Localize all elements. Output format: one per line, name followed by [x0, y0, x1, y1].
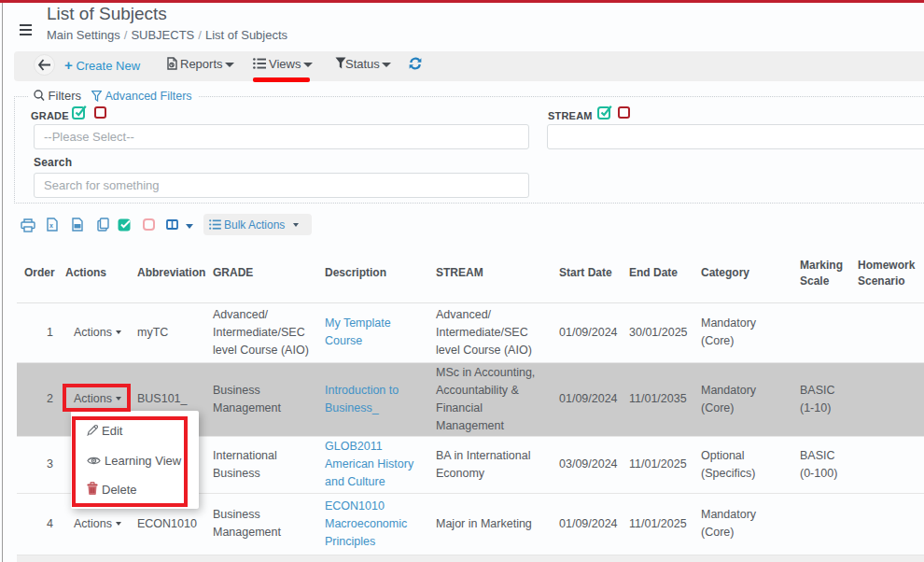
svg-text:x: x [49, 222, 53, 229]
